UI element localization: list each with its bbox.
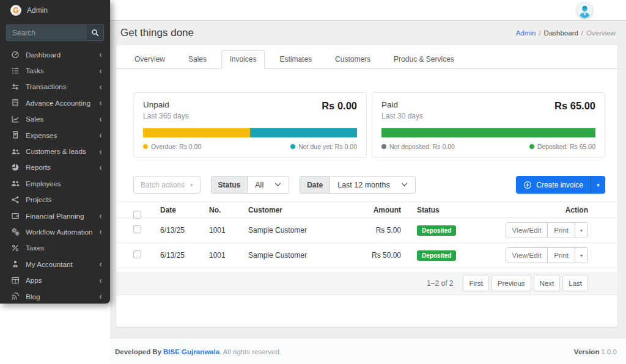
chevron-left-icon: ‹	[99, 115, 102, 123]
row-action-view-edit[interactable]: View/Edit	[506, 248, 548, 263]
sidebar-item-projects[interactable]: Projects	[0, 192, 110, 208]
invoice-customer: Sample Customer	[248, 226, 334, 235]
breadcrumb-overview: Overview	[586, 29, 616, 37]
tab-invoices[interactable]: invoices	[221, 50, 265, 69]
paid-legend: Not deposited: Rs 0.00Deposited: Rs 65.0…	[381, 143, 595, 150]
row-action-view-edit[interactable]: View/Edit	[506, 223, 548, 238]
create-invoice-button[interactable]: Create invoice	[516, 176, 591, 194]
sidebar-item-label: Expenses	[26, 131, 99, 139]
breadcrumb-admin[interactable]: Admin	[516, 29, 536, 37]
sidebar-item-financial-planning[interactable]: Financial Planning‹	[0, 208, 110, 224]
sidebar-item-taxes[interactable]: Taxes	[0, 240, 110, 256]
tab-overview[interactable]: Overview	[126, 50, 174, 69]
breadcrumb-separator: /	[539, 29, 540, 37]
filter-row: Batch actions ▾ Status All Date Last	[116, 158, 617, 194]
row-checkbox[interactable]	[133, 225, 141, 233]
status-filter: Status All	[211, 176, 290, 194]
brand-label: Admin	[27, 6, 48, 15]
sidebar-item-label: Customers & leads	[26, 147, 99, 155]
sidebar-item-label: Tasks	[26, 67, 99, 75]
status-select[interactable]: All	[248, 177, 289, 193]
date-filter-label: Date	[300, 177, 330, 193]
batch-actions-button[interactable]: Batch actions ▾	[133, 176, 201, 194]
sidebar-item-transactions[interactable]: Transactions‹	[0, 79, 110, 95]
search-input[interactable]	[6, 24, 86, 41]
chevron-left-icon: ‹	[99, 292, 102, 300]
chevron-left-icon: ‹	[99, 227, 102, 236]
legend-dot-icon	[143, 144, 148, 149]
invoice-number: 1001	[209, 251, 248, 260]
pagination-next-button[interactable]: Next	[534, 275, 561, 291]
avatar-person-icon	[576, 2, 593, 18]
row-checkbox[interactable]	[133, 250, 141, 258]
row-action-print[interactable]: Print	[547, 223, 575, 238]
sidebar-item-tasks[interactable]: Tasks‹	[0, 62, 110, 78]
sidebar-brand[interactable]: G Admin	[0, 0, 110, 20]
tasks-icon	[10, 66, 20, 75]
sidebar-item-label: Workflow Automation	[26, 228, 99, 236]
invoice-amount: Rs 50.00	[334, 251, 401, 260]
blog-icon	[10, 292, 20, 301]
table-row: 6/13/25 1001 Sample Customer Rs 5.00 Dep…	[116, 218, 617, 243]
row-action-dropdown[interactable]: ▾	[575, 223, 587, 238]
row-actions-cell: View/EditPrint▾	[505, 247, 588, 263]
sidebar-item-apps[interactable]: Apps‹	[0, 272, 110, 288]
sidebar-menu: Dashboard‹ Tasks‹ Transactions‹ Advance …	[0, 45, 110, 304]
column-header-action: Action	[505, 206, 588, 214]
footer-version: Version1.0.0	[574, 346, 617, 357]
caret-down-icon: ▾	[190, 182, 193, 188]
pagination-summary: 1–2 of 2	[427, 279, 453, 288]
tab-sales[interactable]: Sales	[180, 50, 215, 69]
select-all-checkbox[interactable]	[133, 211, 141, 219]
row-action-dropdown[interactable]: ▾	[575, 248, 587, 263]
pagination-previous-button[interactable]: Previous	[492, 275, 531, 291]
sidebar-item-dashboard[interactable]: Dashboard‹	[0, 46, 110, 62]
exchange-arrows-icon	[10, 82, 20, 91]
sidebar-item-customers-leads[interactable]: Customers & leads‹	[0, 143, 110, 159]
sidebar: G Admin Dashboard‹ Tasks‹ Transactions‹ …	[0, 0, 110, 304]
unpaid-card: Unpaid Last 365 days Rs 0.00 Overdue: Rs…	[133, 92, 367, 158]
column-header-status: Status	[401, 206, 505, 214]
main-panel: OverviewSalesinvoicesEstimatesCustomersP…	[116, 45, 617, 327]
sidebar-item-workflow-automation[interactable]: Workflow Automation‹	[0, 224, 110, 239]
sidebar-item-sales[interactable]: Sales‹	[0, 111, 110, 127]
breadcrumb-dashboard: Dashboard	[544, 29, 578, 37]
column-header-no: No.	[209, 206, 248, 214]
sidebar-item-employees[interactable]: Employees	[0, 175, 110, 191]
paid-bar-segment-deposited	[381, 128, 595, 137]
search-icon	[91, 29, 99, 37]
users-icon	[10, 147, 20, 156]
wallet-icon	[10, 211, 20, 220]
row-action-print[interactable]: Print	[547, 248, 575, 263]
pagination-first-button[interactable]: First	[463, 275, 488, 291]
create-invoice-dropdown[interactable]: ▾	[591, 176, 605, 194]
unpaid-card-title: Unpaid	[143, 100, 189, 109]
chevron-left-icon: ‹	[99, 276, 102, 285]
column-header-customer: Customer	[248, 206, 334, 214]
tab-estimates[interactable]: Estimates	[271, 50, 320, 69]
receipt-icon	[10, 131, 20, 140]
chevron-down-icon	[274, 183, 281, 187]
legend-item: Not deposited: Rs 0.00	[381, 143, 455, 150]
tab-customers[interactable]: Customers	[326, 50, 379, 69]
chevron-left-icon: ‹	[99, 147, 102, 156]
row-checkbox-cell	[133, 250, 160, 260]
search-button[interactable]	[86, 24, 104, 41]
grid-icon	[10, 275, 20, 285]
brand-logo-icon: G	[10, 5, 21, 16]
sidebar-item-label: Advance Accounting	[26, 99, 99, 107]
date-select[interactable]: Last 12 months	[330, 177, 414, 193]
sidebar-item-advance-accounting[interactable]: Advance Accounting‹	[0, 95, 110, 111]
user-avatar[interactable]	[576, 2, 593, 18]
pagination-last-button[interactable]: Last	[562, 275, 588, 291]
sidebar-item-blog[interactable]: Blog‹	[0, 288, 110, 304]
sidebar-item-label: Taxes	[26, 244, 102, 252]
pagination-buttons: FirstPreviousNextLast	[463, 275, 588, 291]
sidebar-item-label: My Accountant	[26, 260, 99, 268]
table-header-row: Date No. Customer Amount Status Action	[116, 202, 617, 218]
footer-brand-link[interactable]: BISE Gujranwala	[163, 348, 219, 355]
sidebar-item-my-accountant[interactable]: My Accountant‹	[0, 256, 110, 272]
sidebar-item-reports[interactable]: Reports‹	[0, 159, 110, 175]
tab-produc-services[interactable]: Produc & Services	[385, 50, 463, 69]
sidebar-item-expenses[interactable]: Expenses‹	[0, 127, 110, 143]
